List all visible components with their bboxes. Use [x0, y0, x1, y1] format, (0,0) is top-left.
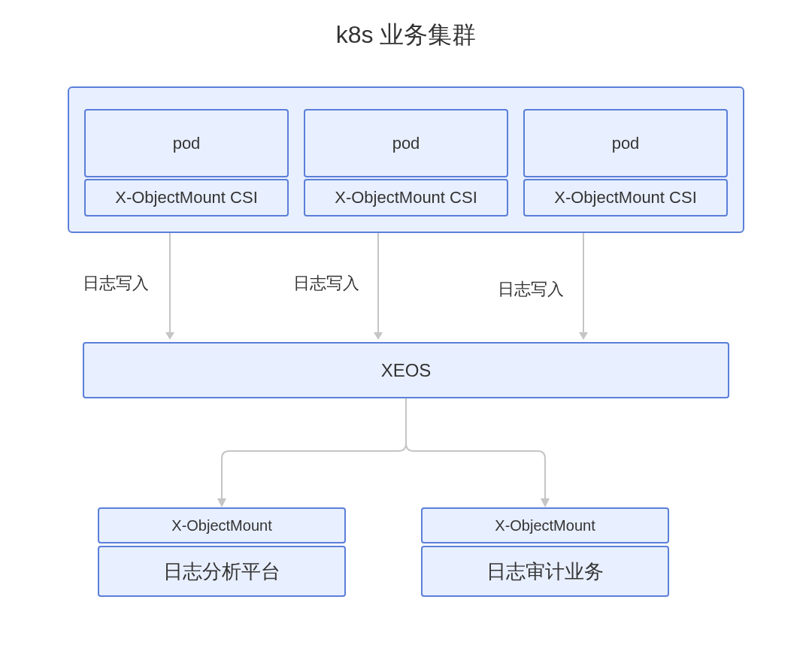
arrow-down-icon [169, 233, 171, 338]
svg-marker-0 [217, 498, 226, 507]
mount-box: X-ObjectMount [98, 507, 346, 543]
csi-box: X-ObjectMount CSI [304, 179, 508, 216]
pod-box: pod [84, 109, 289, 177]
arrow-down-icon [583, 233, 584, 338]
platform-box: 日志分析平台 [98, 546, 346, 597]
cluster-container: pod X-ObjectMount CSI pod X-ObjectMount … [68, 86, 744, 233]
arrow-down-icon [377, 233, 379, 338]
diagram-title: k8s 业务集群 [0, 0, 812, 52]
arrow-label-1: 日志写入 [83, 272, 149, 295]
arrow-label-2: 日志写入 [293, 272, 359, 295]
bottom-stack-right: X-ObjectMount 日志审计业务 [421, 507, 669, 597]
pod-stack-2: pod X-ObjectMount CSI [304, 109, 508, 216]
csi-box: X-ObjectMount CSI [84, 179, 289, 216]
xeos-box: XEOS [83, 342, 729, 398]
csi-box: X-ObjectMount CSI [523, 179, 728, 216]
mount-box: X-ObjectMount [421, 507, 669, 543]
platform-box: 日志审计业务 [421, 546, 669, 597]
pod-stack-1: pod X-ObjectMount CSI [84, 109, 289, 216]
pod-stack-3: pod X-ObjectMount CSI [523, 109, 728, 216]
pod-box: pod [304, 109, 508, 177]
branch-connector-icon [83, 398, 729, 507]
pod-box: pod [523, 109, 728, 177]
arrow-label-3: 日志写入 [498, 278, 564, 301]
svg-marker-1 [541, 498, 550, 507]
bottom-stack-left: X-ObjectMount 日志分析平台 [98, 507, 346, 597]
